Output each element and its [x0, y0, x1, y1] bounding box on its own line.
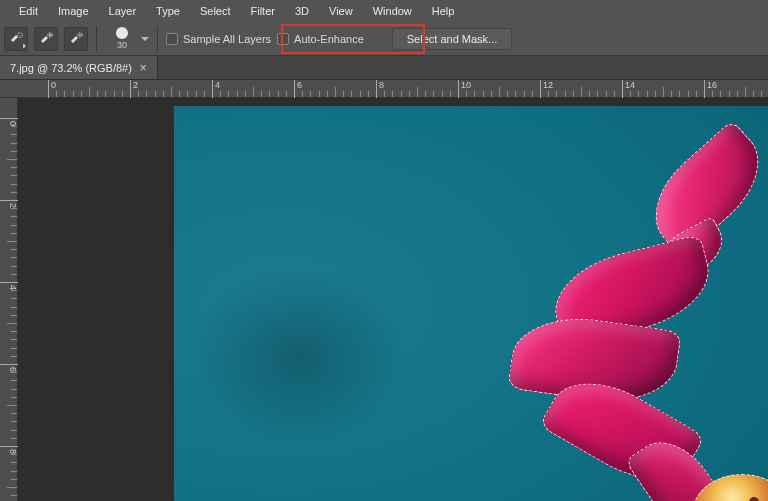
menu-select[interactable]: Select — [191, 2, 240, 20]
add-to-selection-icon — [38, 31, 54, 47]
menu-bar: Edit Image Layer Type Select Filter 3D V… — [0, 0, 768, 22]
ruler-tick: 14 — [622, 80, 635, 98]
sample-all-layers-checkbox[interactable]: Sample All Layers — [166, 33, 271, 45]
ruler-tick: 10 — [458, 80, 471, 98]
ruler-tick: 8 — [0, 446, 18, 454]
quick-selection-icon — [8, 31, 24, 47]
subtract-from-selection-button[interactable] — [64, 27, 88, 51]
ruler-tick: 16 — [704, 80, 717, 98]
options-bar: 30 Sample All Layers Auto-Enhance Select… — [0, 22, 768, 56]
ruler-tick: 2 — [0, 200, 18, 208]
horizontal-ruler[interactable]: 0246810121416 — [0, 80, 768, 98]
tool-quick-selection-button[interactable] — [4, 27, 28, 51]
auto-enhance-checkbox[interactable]: Auto-Enhance — [277, 33, 364, 45]
separator — [157, 26, 158, 52]
ruler-tick: 12 — [540, 80, 553, 98]
brush-picker[interactable]: 30 — [105, 24, 149, 54]
subtract-from-selection-icon — [68, 31, 84, 47]
select-and-mask-button[interactable]: Select and Mask... — [392, 28, 513, 50]
auto-enhance-label: Auto-Enhance — [294, 33, 364, 45]
vertical-ruler[interactable]: 02468 — [0, 98, 18, 501]
document-tab-title: 7.jpg @ 73.2% (RGB/8#) — [10, 62, 132, 74]
background-smudge — [189, 266, 409, 446]
menu-filter[interactable]: Filter — [242, 2, 284, 20]
svg-point-0 — [18, 32, 23, 37]
menu-type[interactable]: Type — [147, 2, 189, 20]
flower-subject — [502, 144, 768, 501]
checkbox-icon — [166, 33, 178, 45]
menu-image[interactable]: Image — [49, 2, 98, 20]
menu-window[interactable]: Window — [364, 2, 421, 20]
document-tab[interactable]: 7.jpg @ 73.2% (RGB/8#) × — [0, 56, 158, 79]
ruler-tick: 8 — [376, 80, 384, 98]
ruler-tick: 4 — [212, 80, 220, 98]
ruler-tick: 2 — [130, 80, 138, 98]
separator — [96, 26, 97, 52]
brush-dot-icon — [116, 27, 128, 39]
menu-view[interactable]: View — [320, 2, 362, 20]
brush-preview: 30 — [105, 24, 139, 54]
menu-edit[interactable]: Edit — [10, 2, 47, 20]
menu-3d[interactable]: 3D — [286, 2, 318, 20]
brush-size-label: 30 — [117, 40, 127, 50]
document-tab-bar: 7.jpg @ 73.2% (RGB/8#) × — [0, 56, 768, 80]
chevron-down-icon — [141, 37, 149, 41]
image-canvas[interactable] — [174, 106, 768, 501]
ruler-tick: 4 — [0, 282, 18, 290]
menu-layer[interactable]: Layer — [100, 2, 146, 20]
add-to-selection-button[interactable] — [34, 27, 58, 51]
ruler-tick: 0 — [48, 80, 56, 98]
ruler-tick: 0 — [0, 118, 18, 126]
menu-help[interactable]: Help — [423, 2, 464, 20]
ruler-tick: 6 — [294, 80, 302, 98]
sample-all-layers-label: Sample All Layers — [183, 33, 271, 45]
canvas-area — [18, 98, 768, 501]
close-tab-icon[interactable]: × — [140, 61, 147, 75]
checkbox-icon — [277, 33, 289, 45]
ruler-tick: 6 — [0, 364, 18, 372]
